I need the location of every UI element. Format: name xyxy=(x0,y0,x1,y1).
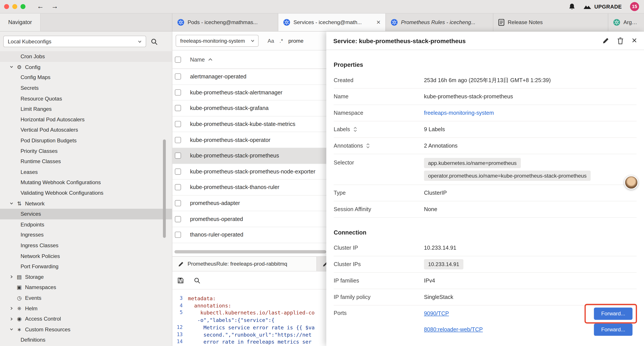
zoom-window-button[interactable] xyxy=(20,4,26,9)
minimize-window-button[interactable] xyxy=(12,4,17,9)
notification-count-badge[interactable]: 15 xyxy=(630,2,639,11)
tab-argo[interactable]: Argo S xyxy=(608,13,644,31)
sidebar-item-helm[interactable]: ⎈ Helm xyxy=(0,303,172,314)
select-all-checkbox[interactable] xyxy=(175,56,181,62)
kubeconfig-selector[interactable]: Local Kubeconfigs xyxy=(3,36,146,47)
match-case-toggle[interactable]: Aa xyxy=(268,38,274,44)
back-button[interactable]: ← xyxy=(37,2,44,10)
edit-pencil-icon[interactable] xyxy=(602,37,609,44)
code-text: -o","labels":{"service":{ xyxy=(188,317,275,324)
sidebar-item-events[interactable]: ◷ Events xyxy=(0,293,172,303)
sidebar-item-namespaces[interactable]: ▣ Namespaces xyxy=(0,282,172,293)
sidebar-item-services[interactable]: Services xyxy=(0,209,172,219)
helm-icon: ⎈ xyxy=(15,305,24,312)
row-checkbox[interactable] xyxy=(175,216,181,222)
namespace-link[interactable]: freeleaps-monitoring-system xyxy=(424,110,636,116)
port-link-9090[interactable]: 9090/TCP xyxy=(424,310,449,317)
row-checkbox[interactable] xyxy=(175,232,181,238)
table-horizontal-scrollbar[interactable] xyxy=(174,250,326,253)
sidebar-item-config[interactable]: ⚙ Config xyxy=(0,62,172,72)
regex-toggle[interactable]: .* xyxy=(280,38,283,44)
delete-trash-icon[interactable] xyxy=(618,37,624,44)
kubernetes-icon xyxy=(613,19,620,26)
sidebar-item-network-policies[interactable]: Network Policies xyxy=(0,251,172,261)
chevron-down-icon xyxy=(250,38,255,43)
row-checkbox[interactable] xyxy=(175,200,181,206)
table-search-box[interactable]: Aa .* prome xyxy=(268,38,304,44)
sidebar-item-limit-ranges[interactable]: Limit Ranges xyxy=(0,104,172,114)
code-text: kubectl.kubernetes.io/last-applied-co xyxy=(188,310,315,317)
sort-ascending-icon[interactable] xyxy=(208,58,212,61)
sidebar-item-leases[interactable]: Leases xyxy=(0,167,172,177)
section-heading-properties: Properties xyxy=(334,61,636,68)
row-checkbox[interactable] xyxy=(175,89,181,95)
tab-services[interactable]: Services - icecheng@math... × xyxy=(278,13,386,31)
close-window-button[interactable] xyxy=(4,4,9,9)
type-value: ClusterIP xyxy=(424,190,636,196)
editor-search-icon[interactable] xyxy=(194,277,200,284)
chevron-down-icon[interactable] xyxy=(8,65,15,69)
port-forward-button[interactable]: Forward... xyxy=(594,307,632,320)
tab-pods[interactable]: Pods - icecheng@mathmas... xyxy=(172,13,278,31)
storage-icon: ▤ xyxy=(15,274,24,280)
forward-button[interactable]: → xyxy=(51,2,58,10)
namespace-filter-select[interactable]: freeleaps-monitoring-system xyxy=(176,35,258,47)
dock-tab-prometheusrule[interactable]: PrometheusRule: freeleaps-prod-rabbitmq xyxy=(172,257,317,271)
close-tab-icon[interactable]: × xyxy=(376,19,380,26)
chevron-down-icon[interactable] xyxy=(8,201,15,206)
created-value: 253d 16h 6m ago (2025年1月13日 GMT+8 1:25:3… xyxy=(424,76,636,84)
sidebar-item-storage[interactable]: ▤ Storage xyxy=(0,272,172,282)
sidebar-item-endpoints[interactable]: Endpoints xyxy=(0,219,172,230)
sidebar-item-ingress-classes[interactable]: Ingress Classes xyxy=(0,240,172,251)
search-query[interactable]: prome xyxy=(288,38,304,44)
close-drawer-icon[interactable]: × xyxy=(632,36,637,45)
save-icon[interactable] xyxy=(177,277,184,284)
port-link-8080[interactable]: 8080:reloader-web/TCP xyxy=(424,327,483,333)
chevron-down-icon[interactable] xyxy=(8,327,15,332)
user-avatar[interactable] xyxy=(624,175,638,189)
sidebar-scrollbar[interactable] xyxy=(163,139,166,238)
sidebar-item-priority-classes[interactable]: Priority Classes xyxy=(0,146,172,156)
line-number: 14 xyxy=(172,338,188,346)
sidebar-item-vertical-pod-autoscalers[interactable]: Vertical Pod Autoscalers xyxy=(0,125,172,135)
labels-count[interactable]: 9 Labels xyxy=(424,126,636,132)
sidebar-item-definitions[interactable]: Definitions xyxy=(0,335,172,345)
sidebar-item-pod-disruption-budgets[interactable]: Pod Disruption Budgets xyxy=(0,135,172,146)
column-header-name[interactable]: Name xyxy=(190,56,205,62)
sidebar-item-ingresses[interactable]: Ingresses xyxy=(0,230,172,240)
tab-label: Prometheus Rules - icecheng... xyxy=(401,19,476,25)
sidebar-item-config-maps[interactable]: Config Maps xyxy=(0,72,172,83)
chevron-right-icon[interactable] xyxy=(8,306,15,311)
search-icon[interactable] xyxy=(150,38,158,45)
row-checkbox[interactable] xyxy=(175,121,181,127)
line-number: 12 xyxy=(172,324,188,331)
row-checkbox[interactable] xyxy=(175,168,181,175)
row-checkbox[interactable] xyxy=(175,74,181,80)
chevron-right-icon[interactable] xyxy=(8,275,15,279)
upgrade-button[interactable]: UPGRADE xyxy=(583,3,622,10)
sidebar-item-custom-resources[interactable]: ∗ Custom Resources xyxy=(0,324,172,335)
sidebar-item-resource-quotas[interactable]: Resource Quotas xyxy=(0,93,172,104)
port-forward-button[interactable]: Forward... xyxy=(594,323,632,336)
sidebar-item-network[interactable]: ⇅ Network xyxy=(0,198,172,209)
sidebar-item-runtime-classes[interactable]: Runtime Classes xyxy=(0,156,172,167)
tab-release-notes[interactable]: Release Notes xyxy=(494,13,608,31)
sidebar-item-cron-jobs[interactable]: Cron Jobs xyxy=(0,51,172,62)
sidebar-item-validating-webhook-configurations[interactable]: Validating Webhook Configurations xyxy=(0,188,172,198)
notifications-bell-icon[interactable] xyxy=(569,3,575,10)
chevron-right-icon[interactable] xyxy=(8,317,15,321)
tab-prometheus-rules[interactable]: Prometheus Rules - icecheng... xyxy=(386,13,494,31)
sidebar-item-secrets[interactable]: Secrets xyxy=(0,83,172,93)
row-checkbox[interactable] xyxy=(175,105,181,111)
row-checkbox[interactable] xyxy=(175,153,181,159)
expand-chevrons-icon[interactable] xyxy=(353,126,357,132)
row-checkbox[interactable] xyxy=(175,137,181,143)
sidebar-item-port-forwarding[interactable]: Port Forwarding xyxy=(0,261,172,272)
annotations-count[interactable]: 2 Annotations xyxy=(424,143,636,149)
network-icon: ⇅ xyxy=(15,200,24,207)
sidebar-item-mutating-webhook-configurations[interactable]: Mutating Webhook Configurations xyxy=(0,177,172,188)
expand-chevrons-icon[interactable] xyxy=(366,143,370,149)
sidebar-item-access-control[interactable]: ◉ Access Control xyxy=(0,314,172,324)
row-checkbox[interactable] xyxy=(175,184,181,191)
sidebar-item-horizontal-pod-autoscalers[interactable]: Horizontal Pod Autoscalers xyxy=(0,114,172,125)
